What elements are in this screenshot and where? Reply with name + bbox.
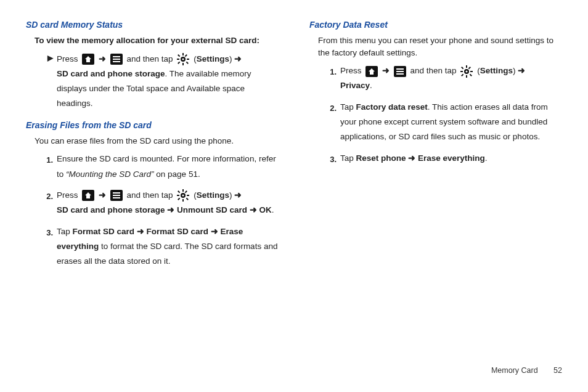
svg-rect-32 [396,68,404,70]
svg-rect-40 [461,67,463,69]
right-column: Factory Data Reset From this menu you ca… [309,18,562,277]
svg-rect-26 [186,198,189,200]
footer-section: Memory Card [491,366,538,375]
svg-point-44 [466,70,468,72]
step-number: 3. [38,226,53,240]
list-factory-reset: 1. Press ➜ and then tap (Settings) ➜ Pri… [309,63,562,166]
text: Tap [340,153,356,163]
list-item: 3. Tap Format SD card ➜ Format SD card ➜… [57,224,279,269]
text: on page 51. [156,169,200,179]
page-number: 52 [553,366,562,375]
text: Press [57,54,80,63]
text: ) [229,54,234,63]
text: and then tap [127,190,176,200]
text-settings: Settings [197,190,229,200]
left-column: SD card Memory Status To view the memory… [26,18,279,277]
text: . [485,153,488,163]
svg-rect-43 [461,73,463,76]
list-item: 2. Press ➜ and then tap (Settings) ➜ SD … [57,188,279,218]
svg-rect-2 [113,56,120,57]
text: . [272,205,274,214]
svg-rect-9 [187,59,189,60]
step-number: 3. [322,152,337,166]
text-path: Privacy [340,81,370,90]
intro-sd-status: To view the memory allocation for your e… [35,35,279,47]
text: and then tap [127,54,176,63]
intro-factory-reset: From this menu you can reset your phone … [318,35,562,59]
arrow-icon: ➜ [382,66,390,75]
heading-erase: Erasing Files from the SD card [26,120,279,130]
text: Press [57,190,80,200]
svg-rect-18 [113,195,120,196]
text-settings: Settings [197,54,229,63]
svg-rect-24 [187,195,189,196]
svg-rect-42 [468,67,471,69]
settings-icon [176,52,190,66]
svg-rect-34 [396,73,404,75]
svg-rect-11 [186,62,189,64]
svg-rect-6 [182,53,184,55]
intro-erase: You can erase files from the SD card usi… [35,135,279,147]
step-number: 2. [38,189,53,203]
svg-rect-13 [178,62,180,64]
svg-rect-27 [185,190,187,193]
svg-rect-39 [470,71,473,72]
svg-rect-41 [470,73,472,76]
text: and then tap [410,66,459,75]
menu-icon [110,189,123,202]
text-settings: Settings [480,66,513,75]
svg-rect-17 [113,192,120,194]
step-number: 1. [38,153,53,167]
list-item: 1. Press ➜ and then tap (Settings) ➜ Pri… [340,63,562,94]
page-footer: Memory Card 52 [491,366,562,375]
svg-rect-12 [185,54,187,57]
home-icon [81,189,95,202]
page-content: SD card Memory Status To view the memory… [0,0,588,277]
list-item: 1. Ensure the SD card is mounted. For mo… [57,152,279,182]
svg-rect-8 [177,59,179,60]
text: ) [229,190,234,200]
list-sd-status: ▶ Press ➜ and then tap (Settings) ➜ SD c… [26,52,279,112]
list-item: 3. Tap Reset phone ➜ Erase everything. [340,151,562,166]
svg-rect-36 [466,65,467,68]
svg-rect-23 [177,195,179,196]
text: ) [513,66,518,75]
menu-icon [110,53,123,65]
text-ref: “Mounting the SD Card” [66,169,156,179]
svg-rect-3 [113,59,120,60]
home-icon [81,53,95,65]
svg-rect-7 [182,63,184,65]
text-path: Factory data reset [356,102,428,112]
step-number: 2. [322,101,337,115]
text: Tap [57,227,73,236]
step-number: 1. [322,65,337,79]
bullet-triangle: ▶ [38,52,53,65]
svg-rect-38 [460,71,463,72]
list-item: 2. Tap Factory data reset. This action e… [340,100,562,145]
menu-icon [393,65,407,78]
text: . [370,81,372,90]
text-path: SD card and phone storage ➜ Unmount SD c… [57,205,272,214]
arrow-icon: ➜ [234,54,242,63]
svg-rect-33 [396,71,404,72]
arrow-icon: ➜ [99,54,106,63]
text-path: Reset phone ➜ Erase everything [356,153,485,163]
list-erase: 1. Ensure the SD card is mounted. For mo… [26,152,279,269]
svg-rect-10 [178,54,180,57]
text-path: SD card and phone storage [57,69,165,78]
svg-rect-21 [182,189,184,192]
settings-icon [460,65,473,78]
svg-rect-19 [113,197,120,198]
arrow-icon: ➜ [234,190,242,200]
settings-icon [176,189,190,202]
svg-rect-28 [178,198,180,200]
arrow-icon: ➜ [518,66,525,75]
arrow-icon: ➜ [99,190,106,200]
svg-rect-25 [178,190,180,193]
heading-factory-reset: Factory Data Reset [309,20,562,30]
svg-point-29 [182,195,184,197]
text: Press [340,66,364,75]
svg-point-14 [182,58,184,60]
heading-sd-status: SD card Memory Status [26,20,279,30]
home-icon [365,65,378,78]
